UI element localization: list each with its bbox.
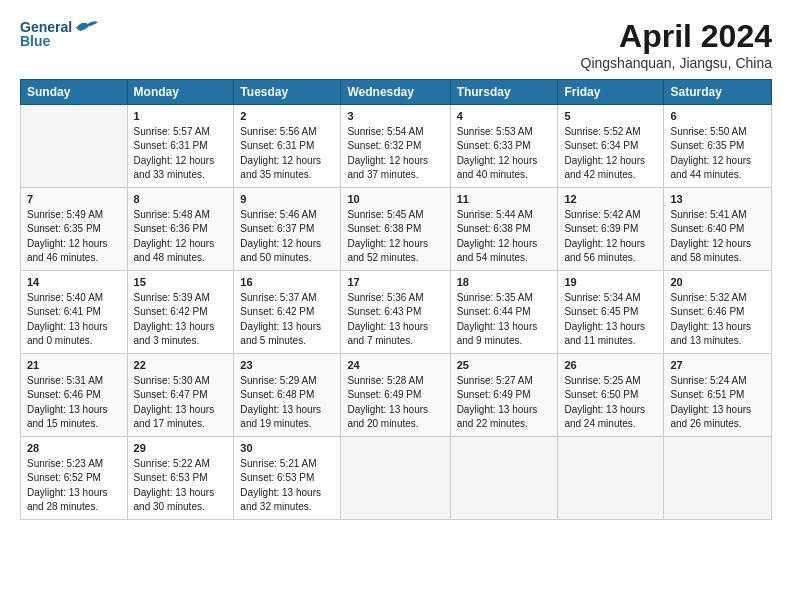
- cell-content: 13Sunrise: 5:41 AMSunset: 6:40 PMDayligh…: [670, 192, 765, 266]
- cell-w3-d2: 16Sunrise: 5:37 AMSunset: 6:42 PMDayligh…: [234, 270, 341, 353]
- day-number: 17: [347, 275, 443, 291]
- cell-content: 16Sunrise: 5:37 AMSunset: 6:42 PMDayligh…: [240, 275, 334, 349]
- day-number: 30: [240, 441, 334, 457]
- day-number: 15: [134, 275, 228, 291]
- day-number: 20: [670, 275, 765, 291]
- col-wednesday: Wednesday: [341, 80, 450, 105]
- day-number: 27: [670, 358, 765, 374]
- cell-w3-d1: 15Sunrise: 5:39 AMSunset: 6:42 PMDayligh…: [127, 270, 234, 353]
- cell-content: 6Sunrise: 5:50 AMSunset: 6:35 PMDaylight…: [670, 109, 765, 183]
- cell-w4-d1: 22Sunrise: 5:30 AMSunset: 6:47 PMDayligh…: [127, 353, 234, 436]
- page-title: April 2024: [581, 18, 772, 55]
- cell-w1-d4: 4Sunrise: 5:53 AMSunset: 6:33 PMDaylight…: [450, 105, 558, 188]
- day-number: 21: [27, 358, 121, 374]
- cell-content: 18Sunrise: 5:35 AMSunset: 6:44 PMDayligh…: [457, 275, 552, 349]
- cell-w1-d3: 3Sunrise: 5:54 AMSunset: 6:32 PMDaylight…: [341, 105, 450, 188]
- cell-content: 24Sunrise: 5:28 AMSunset: 6:49 PMDayligh…: [347, 358, 443, 432]
- cell-w1-d5: 5Sunrise: 5:52 AMSunset: 6:34 PMDaylight…: [558, 105, 664, 188]
- day-number: 16: [240, 275, 334, 291]
- cell-content: 10Sunrise: 5:45 AMSunset: 6:38 PMDayligh…: [347, 192, 443, 266]
- day-number: 5: [564, 109, 657, 125]
- day-number: 6: [670, 109, 765, 125]
- day-number: 25: [457, 358, 552, 374]
- col-friday: Friday: [558, 80, 664, 105]
- cell-content: 28Sunrise: 5:23 AMSunset: 6:52 PMDayligh…: [27, 441, 121, 515]
- cell-content: 21Sunrise: 5:31 AMSunset: 6:46 PMDayligh…: [27, 358, 121, 432]
- cell-w3-d3: 17Sunrise: 5:36 AMSunset: 6:43 PMDayligh…: [341, 270, 450, 353]
- cell-w2-d3: 10Sunrise: 5:45 AMSunset: 6:38 PMDayligh…: [341, 187, 450, 270]
- day-number: 24: [347, 358, 443, 374]
- cell-content: 15Sunrise: 5:39 AMSunset: 6:42 PMDayligh…: [134, 275, 228, 349]
- cell-content: 30Sunrise: 5:21 AMSunset: 6:53 PMDayligh…: [240, 441, 334, 515]
- cell-content: 23Sunrise: 5:29 AMSunset: 6:48 PMDayligh…: [240, 358, 334, 432]
- cell-w2-d2: 9Sunrise: 5:46 AMSunset: 6:37 PMDaylight…: [234, 187, 341, 270]
- cell-w1-d0: [21, 105, 128, 188]
- day-number: 14: [27, 275, 121, 291]
- col-tuesday: Tuesday: [234, 80, 341, 105]
- day-number: 13: [670, 192, 765, 208]
- calendar-table: Sunday Monday Tuesday Wednesday Thursday…: [20, 79, 772, 520]
- cell-content: 25Sunrise: 5:27 AMSunset: 6:49 PMDayligh…: [457, 358, 552, 432]
- cell-content: 20Sunrise: 5:32 AMSunset: 6:46 PMDayligh…: [670, 275, 765, 349]
- day-number: 7: [27, 192, 121, 208]
- cell-w3-d5: 19Sunrise: 5:34 AMSunset: 6:45 PMDayligh…: [558, 270, 664, 353]
- cell-w2-d0: 7Sunrise: 5:49 AMSunset: 6:35 PMDaylight…: [21, 187, 128, 270]
- cell-content: 11Sunrise: 5:44 AMSunset: 6:38 PMDayligh…: [457, 192, 552, 266]
- cell-content: 17Sunrise: 5:36 AMSunset: 6:43 PMDayligh…: [347, 275, 443, 349]
- day-number: 26: [564, 358, 657, 374]
- cell-content: 3Sunrise: 5:54 AMSunset: 6:32 PMDaylight…: [347, 109, 443, 183]
- day-number: 12: [564, 192, 657, 208]
- day-number: 28: [27, 441, 121, 457]
- cell-content: 22Sunrise: 5:30 AMSunset: 6:47 PMDayligh…: [134, 358, 228, 432]
- cell-content: 12Sunrise: 5:42 AMSunset: 6:39 PMDayligh…: [564, 192, 657, 266]
- day-number: 4: [457, 109, 552, 125]
- week-row-5: 28Sunrise: 5:23 AMSunset: 6:52 PMDayligh…: [21, 436, 772, 519]
- cell-content: 26Sunrise: 5:25 AMSunset: 6:50 PMDayligh…: [564, 358, 657, 432]
- cell-content: 1Sunrise: 5:57 AMSunset: 6:31 PMDaylight…: [134, 109, 228, 183]
- day-number: 3: [347, 109, 443, 125]
- day-number: 8: [134, 192, 228, 208]
- logo: General Blue: [20, 18, 100, 49]
- cell-w4-d3: 24Sunrise: 5:28 AMSunset: 6:49 PMDayligh…: [341, 353, 450, 436]
- cell-w3-d4: 18Sunrise: 5:35 AMSunset: 6:44 PMDayligh…: [450, 270, 558, 353]
- day-number: 18: [457, 275, 552, 291]
- day-number: 29: [134, 441, 228, 457]
- logo-bird-icon: [74, 18, 100, 36]
- day-number: 1: [134, 109, 228, 125]
- cell-w5-d4: [450, 436, 558, 519]
- cell-content: 5Sunrise: 5:52 AMSunset: 6:34 PMDaylight…: [564, 109, 657, 183]
- cell-w4-d2: 23Sunrise: 5:29 AMSunset: 6:48 PMDayligh…: [234, 353, 341, 436]
- cell-w1-d6: 6Sunrise: 5:50 AMSunset: 6:35 PMDaylight…: [664, 105, 772, 188]
- cell-w2-d4: 11Sunrise: 5:44 AMSunset: 6:38 PMDayligh…: [450, 187, 558, 270]
- cell-w4-d6: 27Sunrise: 5:24 AMSunset: 6:51 PMDayligh…: [664, 353, 772, 436]
- cell-content: 4Sunrise: 5:53 AMSunset: 6:33 PMDaylight…: [457, 109, 552, 183]
- week-row-3: 14Sunrise: 5:40 AMSunset: 6:41 PMDayligh…: [21, 270, 772, 353]
- cell-w4-d0: 21Sunrise: 5:31 AMSunset: 6:46 PMDayligh…: [21, 353, 128, 436]
- cell-content: 19Sunrise: 5:34 AMSunset: 6:45 PMDayligh…: [564, 275, 657, 349]
- cell-w5-d2: 30Sunrise: 5:21 AMSunset: 6:53 PMDayligh…: [234, 436, 341, 519]
- cell-content: 7Sunrise: 5:49 AMSunset: 6:35 PMDaylight…: [27, 192, 121, 266]
- cell-content: 27Sunrise: 5:24 AMSunset: 6:51 PMDayligh…: [670, 358, 765, 432]
- cell-w2-d6: 13Sunrise: 5:41 AMSunset: 6:40 PMDayligh…: [664, 187, 772, 270]
- cell-content: 14Sunrise: 5:40 AMSunset: 6:41 PMDayligh…: [27, 275, 121, 349]
- week-row-1: 1Sunrise: 5:57 AMSunset: 6:31 PMDaylight…: [21, 105, 772, 188]
- cell-content: 2Sunrise: 5:56 AMSunset: 6:31 PMDaylight…: [240, 109, 334, 183]
- week-row-4: 21Sunrise: 5:31 AMSunset: 6:46 PMDayligh…: [21, 353, 772, 436]
- cell-w3-d0: 14Sunrise: 5:40 AMSunset: 6:41 PMDayligh…: [21, 270, 128, 353]
- cell-content: 8Sunrise: 5:48 AMSunset: 6:36 PMDaylight…: [134, 192, 228, 266]
- day-number: 11: [457, 192, 552, 208]
- logo-blue: Blue: [20, 33, 50, 49]
- col-sunday: Sunday: [21, 80, 128, 105]
- title-block: April 2024 Qingshanquan, Jiangsu, China: [581, 18, 772, 71]
- calendar-page: General Blue April 2024 Qingshanquan, Ji…: [0, 0, 792, 612]
- cell-w5-d3: [341, 436, 450, 519]
- cell-w5-d6: [664, 436, 772, 519]
- cell-w4-d5: 26Sunrise: 5:25 AMSunset: 6:50 PMDayligh…: [558, 353, 664, 436]
- cell-w2-d1: 8Sunrise: 5:48 AMSunset: 6:36 PMDaylight…: [127, 187, 234, 270]
- col-saturday: Saturday: [664, 80, 772, 105]
- cell-w1-d2: 2Sunrise: 5:56 AMSunset: 6:31 PMDaylight…: [234, 105, 341, 188]
- day-number: 23: [240, 358, 334, 374]
- week-row-2: 7Sunrise: 5:49 AMSunset: 6:35 PMDaylight…: [21, 187, 772, 270]
- calendar-header-row: Sunday Monday Tuesday Wednesday Thursday…: [21, 80, 772, 105]
- cell-w5-d1: 29Sunrise: 5:22 AMSunset: 6:53 PMDayligh…: [127, 436, 234, 519]
